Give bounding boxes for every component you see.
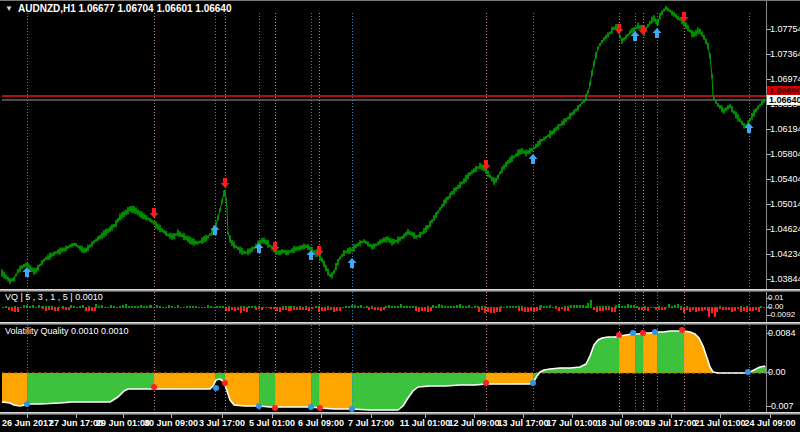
time-axis-tick — [770, 414, 771, 418]
chart-menu-triangle-icon: ▼ — [5, 4, 13, 13]
price-axis-tick — [767, 29, 771, 30]
main-chart-panel[interactable] — [0, 1, 766, 289]
ohlc-quote-label: 1.06677 1.06704 1.06601 1.06640 — [79, 3, 232, 14]
vq-scale-tick — [767, 315, 771, 316]
price-scale-border — [766, 1, 767, 413]
panel-separator[interactable] — [0, 412, 800, 415]
time-axis-tick — [123, 414, 124, 418]
time-axis-label: 6 Jul 09:00 — [298, 418, 344, 428]
time-axis-label: 7 Jul 17:00 — [348, 418, 394, 428]
time-axis-tick — [671, 414, 672, 418]
symbol-period-label: AUDNZD,H1 — [18, 3, 76, 14]
time-axis-tick — [76, 414, 77, 418]
time-axis-tick — [720, 414, 721, 418]
time-axis-tick — [371, 414, 372, 418]
time-axis-label: 26 Jun 2017 — [2, 418, 53, 428]
price-axis-label: 1.06194 — [770, 124, 800, 134]
price-axis-label: 1.05014 — [770, 199, 800, 209]
time-axis-label: 11 Jul 01:00 — [400, 418, 451, 428]
time-axis-label: 12 Jul 09:00 — [448, 418, 499, 428]
time-axis-tick — [222, 414, 223, 418]
chart-title: AUDNZD,H1 1.06677 1.06704 1.06601 1.0664… — [18, 4, 232, 14]
price-axis-tick — [767, 79, 771, 80]
volq-scale-tick — [767, 333, 771, 334]
time-axis-label: 3 Jul 17:00 — [199, 418, 245, 428]
time-axis-label: 27 Jun 17:00 — [49, 418, 103, 428]
time-axis-label: 13 Jul 17:00 — [497, 418, 548, 428]
price-axis-tick — [767, 154, 771, 155]
vq-scale-label: -0.0092 — [768, 310, 795, 320]
time-axis-label: 29 Jun 01:00 — [96, 418, 150, 428]
time-axis-label: 17 Jul 01:00 — [546, 418, 597, 428]
price-axis-label: 1.07754 — [770, 24, 800, 34]
price-axis-label: 1.07364 — [770, 49, 800, 59]
price-axis-label: 1.06974 — [770, 74, 800, 84]
time-axis-tick — [171, 414, 172, 418]
time-axis-label: 19 Jul 17:00 — [645, 418, 696, 428]
price-axis-tick — [767, 129, 771, 130]
time-axis-tick — [27, 414, 28, 418]
volq-scale-tick — [767, 406, 771, 407]
time-axis-tick — [321, 414, 322, 418]
mt4-chart-window: ▼ AUDNZD,H1 1.06677 1.06704 1.06601 1.06… — [0, 0, 800, 432]
bid-price-badge: 1.06640 — [767, 95, 800, 105]
panel-separator[interactable] — [0, 322, 800, 325]
time-axis-label: 30 Jun 09:00 — [144, 418, 198, 428]
price-axis-tick — [767, 279, 771, 280]
vq-scale-tick — [767, 298, 771, 299]
time-axis-tick — [272, 414, 273, 418]
time-axis-tick — [622, 414, 623, 418]
volq-scale-tick — [767, 372, 771, 373]
vq-scale-tick — [767, 307, 771, 308]
price-axis-tick — [767, 54, 771, 55]
price-axis-label: 1.03844 — [770, 274, 800, 284]
price-axis-label: 1.04624 — [770, 224, 800, 234]
time-axis-label: 18 Jul 09:00 — [596, 418, 647, 428]
time-axis-tick — [523, 414, 524, 418]
volq-scale-label: -0.007 — [768, 401, 794, 411]
panel-separator[interactable] — [0, 289, 800, 292]
price-axis-label: 1.05404 — [770, 174, 800, 184]
time-axis-tick — [425, 414, 426, 418]
time-axis-label: 5 Jul 01:00 — [249, 418, 295, 428]
price-axis-label: 1.04234 — [770, 249, 800, 259]
price-axis-tick — [767, 204, 771, 205]
volatility-quality-panel[interactable] — [0, 325, 766, 412]
price-axis-label: 1.05804 — [770, 149, 800, 159]
volq-scale-label: 0.0084 — [768, 328, 796, 338]
price-axis-tick — [767, 229, 771, 230]
price-axis-tick — [767, 254, 771, 255]
time-axis-label: 24 Jul 09:00 — [744, 418, 795, 428]
vq-indicator-label: VQ | 5 , 3 , 1 , 5 | 0.0010 — [5, 292, 103, 302]
time-axis-tick — [474, 414, 475, 418]
volatility-quality-label: Volatility Quality 0.0010 0.0010 — [5, 326, 129, 336]
vq-indicator-panel[interactable] — [0, 292, 766, 322]
price-axis-tick — [767, 179, 771, 180]
time-axis-label: 21 Jul 01:00 — [694, 418, 745, 428]
time-axis-tick — [572, 414, 573, 418]
